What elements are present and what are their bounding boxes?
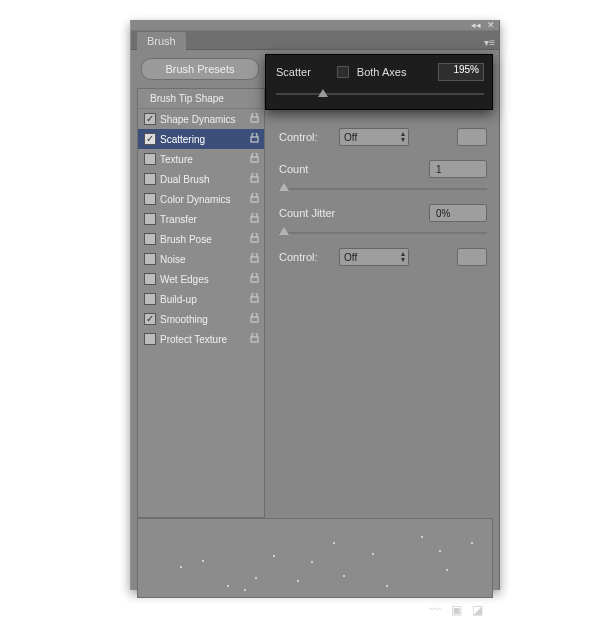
svg-rect-6: [251, 237, 258, 242]
jitter-control-extra: [457, 248, 487, 266]
checkbox-protect-texture[interactable]: [144, 333, 156, 345]
option-label: Dual Brush: [160, 174, 209, 185]
svg-rect-7: [251, 257, 258, 262]
option-label: Protect Texture: [160, 334, 227, 345]
option-transfer[interactable]: Transfer: [138, 209, 264, 229]
checkbox-shape-dynamics[interactable]: [144, 113, 156, 125]
option-label: Color Dynamics: [160, 194, 231, 205]
checkbox-transfer[interactable]: [144, 213, 156, 225]
option-smoothing[interactable]: Smoothing: [138, 309, 264, 329]
collapse-icon[interactable]: ◂◂: [471, 20, 481, 30]
jitter-control-label: Control:: [279, 251, 329, 263]
option-scattering[interactable]: Scattering: [138, 129, 264, 149]
svg-rect-4: [251, 197, 258, 202]
tab-brush[interactable]: Brush: [137, 32, 186, 50]
lock-icon[interactable]: [248, 313, 260, 325]
lock-icon[interactable]: [248, 133, 260, 145]
lock-icon[interactable]: [248, 173, 260, 185]
option-build-up[interactable]: Build-up: [138, 289, 264, 309]
option-label: Brush Pose: [160, 234, 212, 245]
option-protect-texture[interactable]: Protect Texture: [138, 329, 264, 349]
lock-icon[interactable]: [248, 113, 260, 125]
reset-icon[interactable]: ◪: [472, 603, 483, 617]
option-label: Wet Edges: [160, 274, 209, 285]
option-noise[interactable]: Noise: [138, 249, 264, 269]
both-axes-label: Both Axes: [357, 66, 407, 78]
checkbox-smoothing[interactable]: [144, 313, 156, 325]
checkbox-dual-brush[interactable]: [144, 173, 156, 185]
checkbox-color-dynamics[interactable]: [144, 193, 156, 205]
scatter-popover: Scatter Both Axes 195%: [265, 54, 493, 110]
lock-icon[interactable]: [248, 253, 260, 265]
new-preset-icon[interactable]: ▣: [451, 603, 462, 617]
tabs-row: Brush ▾≡: [131, 31, 499, 50]
jitter-control-select[interactable]: Off ▴▾: [339, 248, 409, 266]
scatter-control-extra: [457, 128, 487, 146]
option-dual-brush[interactable]: Dual Brush: [138, 169, 264, 189]
option-label: Texture: [160, 154, 193, 165]
lock-icon[interactable]: [248, 273, 260, 285]
option-label: Transfer: [160, 214, 197, 225]
count-jitter-value-input[interactable]: 0%: [429, 204, 487, 222]
checkbox-wet-edges[interactable]: [144, 273, 156, 285]
lock-icon[interactable]: [248, 213, 260, 225]
brush-options-list: Brush Tip Shape Shape Dynamics Scatterin…: [137, 88, 265, 518]
option-wet-edges[interactable]: Wet Edges: [138, 269, 264, 289]
checkbox-texture[interactable]: [144, 153, 156, 165]
checkbox-brush-pose[interactable]: [144, 233, 156, 245]
panel-menu-icon[interactable]: ▾≡: [484, 37, 495, 48]
count-jitter-slider[interactable]: [279, 232, 487, 234]
lock-icon[interactable]: [248, 193, 260, 205]
panel-footer: 〰 ▣ ◪: [137, 598, 493, 617]
option-label: Build-up: [160, 294, 197, 305]
brush-presets-button[interactable]: Brush Presets: [141, 58, 259, 80]
count-value-input[interactable]: 1: [429, 160, 487, 178]
toggle-preview-icon[interactable]: 〰: [429, 603, 441, 617]
lock-icon[interactable]: [248, 293, 260, 305]
lock-icon[interactable]: [248, 233, 260, 245]
option-label: Smoothing: [160, 314, 208, 325]
scatter-control-label: Control:: [279, 131, 329, 143]
option-label: Scattering: [160, 134, 205, 145]
count-slider[interactable]: [279, 188, 487, 190]
option-texture[interactable]: Texture: [138, 149, 264, 169]
count-label: Count: [279, 163, 329, 175]
option-label: Shape Dynamics: [160, 114, 236, 125]
lock-icon[interactable]: [248, 333, 260, 345]
brush-preview: [137, 518, 493, 598]
option-label: Noise: [160, 254, 186, 265]
scatter-value-input[interactable]: 195%: [438, 63, 484, 81]
svg-rect-1: [251, 137, 258, 142]
scatter-label: Scatter: [276, 66, 311, 78]
svg-rect-3: [251, 177, 258, 182]
option-shape-dynamics[interactable]: Shape Dynamics: [138, 109, 264, 129]
svg-rect-11: [251, 337, 258, 342]
option-brush-pose[interactable]: Brush Pose: [138, 229, 264, 249]
checkbox-both-axes[interactable]: [337, 66, 349, 78]
checkbox-scattering[interactable]: [144, 133, 156, 145]
count-jitter-label: Count Jitter: [279, 207, 359, 219]
svg-rect-10: [251, 317, 258, 322]
svg-rect-8: [251, 277, 258, 282]
close-icon[interactable]: ✕: [487, 20, 495, 30]
svg-rect-9: [251, 297, 258, 302]
scatter-slider[interactable]: [276, 93, 484, 95]
brush-tip-shape-header[interactable]: Brush Tip Shape: [138, 89, 264, 109]
svg-rect-5: [251, 217, 258, 222]
panel-titlebar: ◂◂ ✕: [131, 20, 499, 31]
lock-icon[interactable]: [248, 153, 260, 165]
checkbox-noise[interactable]: [144, 253, 156, 265]
checkbox-build-up[interactable]: [144, 293, 156, 305]
svg-rect-0: [251, 117, 258, 122]
svg-rect-2: [251, 157, 258, 162]
scatter-control-select[interactable]: Off ▴▾: [339, 128, 409, 146]
option-color-dynamics[interactable]: Color Dynamics: [138, 189, 264, 209]
